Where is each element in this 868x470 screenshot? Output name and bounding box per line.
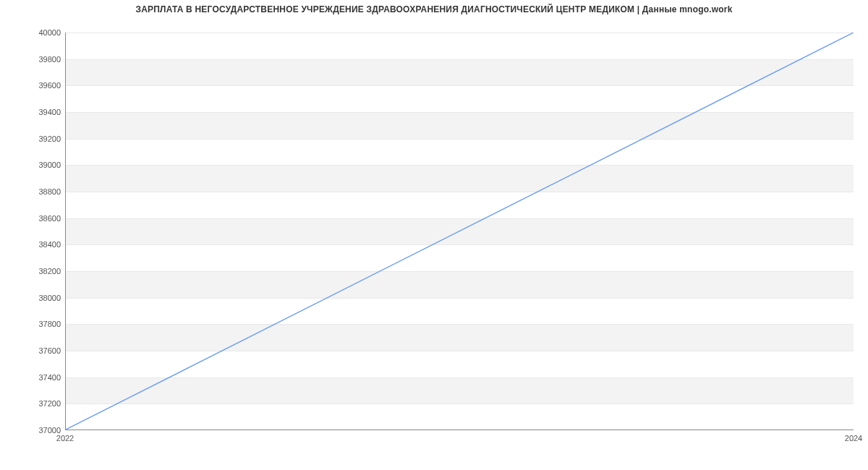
y-tick-label: 38000: [17, 294, 61, 302]
line-series: [66, 33, 854, 430]
y-tick-label: 37000: [17, 426, 61, 435]
y-tick-label: 38200: [17, 267, 61, 275]
x-tick-label: 2022: [56, 434, 74, 443]
y-tick-label: 39800: [17, 55, 61, 64]
y-tick-label: 38800: [17, 187, 61, 196]
y-tick-label: 37400: [17, 373, 61, 382]
y-tick-label: 39400: [17, 108, 61, 116]
y-tick-label: 37600: [17, 346, 61, 355]
y-tick-label: 37200: [17, 399, 61, 408]
y-tick-label: 37800: [17, 320, 61, 328]
y-tick-label: 38400: [17, 240, 61, 249]
series-line: [66, 33, 854, 430]
y-tick-label: 39600: [17, 81, 61, 90]
chart-title: ЗАРПЛАТА В НЕГОСУДАРСТВЕННОЕ УЧРЕЖДЕНИЕ …: [0, 4, 868, 14]
y-tick-label: 39000: [17, 161, 61, 169]
y-tick-label: 39200: [17, 134, 61, 143]
plot-area: [65, 33, 854, 430]
y-tick-label: 38600: [17, 214, 61, 223]
y-tick-label: 40000: [17, 28, 61, 37]
chart-container: ЗАРПЛАТА В НЕГОСУДАРСТВЕННОЕ УЧРЕЖДЕНИЕ …: [0, 0, 868, 470]
x-tick-label: 2024: [845, 434, 862, 443]
